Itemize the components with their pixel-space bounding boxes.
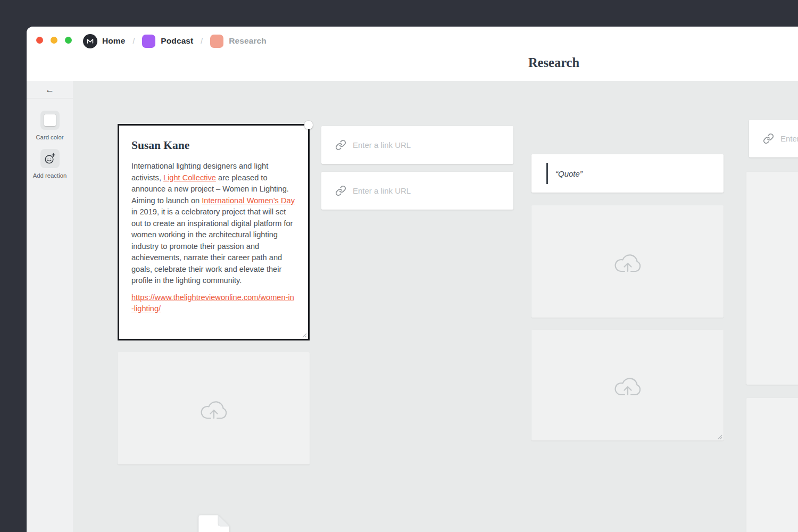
cloud-upload-icon bbox=[611, 372, 645, 398]
card-partial[interactable] bbox=[746, 398, 798, 532]
app-window: Home / Podcast / Research Research ← Car… bbox=[27, 27, 798, 532]
breadcrumb-item-podcast[interactable]: Podcast bbox=[161, 36, 193, 46]
breadcrumb-separator: / bbox=[201, 37, 203, 45]
board-title[interactable]: Research bbox=[474, 55, 634, 70]
chain-link-icon bbox=[763, 133, 774, 144]
add-reaction-button[interactable] bbox=[40, 149, 60, 168]
image-upload-card[interactable] bbox=[531, 205, 724, 318]
minimize-window-button[interactable] bbox=[51, 37, 57, 44]
podcast-board-icon[interactable] bbox=[142, 35, 155, 48]
image-upload-card[interactable] bbox=[118, 352, 310, 464]
selection-handle-dot[interactable] bbox=[304, 121, 313, 129]
card-partial[interactable] bbox=[746, 172, 798, 385]
cloud-upload-icon bbox=[197, 396, 231, 421]
breadcrumb: Home / Podcast / Research bbox=[83, 34, 267, 48]
link-url-card[interactable]: Enter a link URL bbox=[321, 126, 513, 164]
research-board-icon[interactable] bbox=[210, 35, 223, 48]
document-icon[interactable] bbox=[198, 515, 229, 532]
card-color-swatch-icon bbox=[44, 114, 56, 126]
note-body: International lighting designers and lig… bbox=[131, 161, 296, 315]
titlebar: Home / Podcast / Research Research bbox=[27, 27, 798, 81]
note-title: Susan Kane bbox=[131, 139, 296, 152]
card-color-button[interactable] bbox=[40, 111, 60, 130]
zoom-window-button[interactable] bbox=[65, 37, 72, 44]
note-text: in 2019, it is a celebratory project tha… bbox=[131, 196, 297, 285]
home-milanote-logo-icon[interactable] bbox=[83, 34, 97, 48]
quote-card[interactable]: “Quote” bbox=[531, 154, 724, 193]
link-url-card-partial[interactable]: Enter a link URL bbox=[749, 120, 798, 157]
chain-link-icon bbox=[335, 185, 346, 196]
back-arrow-icon[interactable]: ← bbox=[45, 85, 54, 94]
resize-grip-icon[interactable] bbox=[301, 332, 307, 338]
link-url-placeholder[interactable]: Enter a link URL bbox=[780, 134, 798, 143]
traffic-lights bbox=[36, 37, 72, 44]
breadcrumb-item-research[interactable]: Research bbox=[229, 36, 267, 46]
add-reaction-label: Add reaction bbox=[33, 172, 66, 179]
quote-placeholder[interactable]: “Quote” bbox=[555, 169, 583, 178]
breadcrumb-item-home[interactable]: Home bbox=[102, 36, 125, 46]
chain-link-icon bbox=[335, 139, 346, 151]
link-url-placeholder[interactable]: Enter a link URL bbox=[353, 186, 411, 195]
board-canvas[interactable]: Susan Kane International lighting design… bbox=[73, 81, 798, 532]
link-url-card[interactable]: Enter a link URL bbox=[321, 172, 513, 210]
close-window-button[interactable] bbox=[36, 37, 43, 44]
link-light-collective[interactable]: Light Collective bbox=[163, 173, 216, 182]
blockquote-bar bbox=[546, 163, 548, 184]
breadcrumb-separator: / bbox=[132, 37, 135, 45]
link-international-womens-day[interactable]: International Women’s Day bbox=[202, 196, 295, 205]
link-women-in-lighting-url[interactable]: https://www.thelightreviewonline.com/wom… bbox=[131, 292, 296, 315]
image-upload-card[interactable] bbox=[531, 330, 724, 440]
resize-grip-icon[interactable] bbox=[717, 434, 722, 439]
format-sidebar: ← Card color Add reaction bbox=[27, 81, 73, 532]
smiley-plus-icon bbox=[44, 153, 56, 165]
link-url-placeholder[interactable]: Enter a link URL bbox=[353, 140, 411, 149]
sidebar-header: ← bbox=[27, 81, 73, 98]
note-card-susan-kane[interactable]: Susan Kane International lighting design… bbox=[118, 124, 310, 340]
card-color-label: Card color bbox=[36, 134, 63, 140]
cloud-upload-icon bbox=[611, 249, 645, 275]
